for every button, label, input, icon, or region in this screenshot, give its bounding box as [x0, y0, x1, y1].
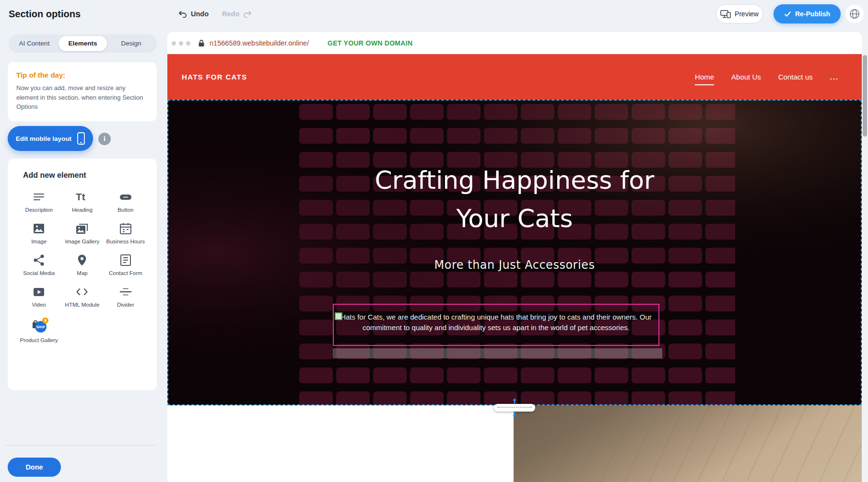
svg-text:SHOP: SHOP [36, 325, 46, 328]
add-element-title: Add new element [23, 171, 147, 180]
site-url: n1566589.websitebuilder.online/ [210, 32, 309, 54]
element-map[interactable]: Map [60, 253, 104, 277]
tip-title: Tip of the day: [16, 71, 148, 79]
nav-contact[interactable]: Contact us [778, 73, 813, 81]
arrow-down-icon [512, 412, 517, 417]
language-globe-button[interactable] [845, 5, 864, 23]
site-logo[interactable]: Hats for Cats [182, 54, 247, 100]
editor-canvas: n1566589.websitebuilder.online/ GET YOUR… [167, 32, 862, 482]
element-video[interactable]: Video [17, 285, 60, 309]
undo-button[interactable]: Undo [178, 10, 209, 18]
get-domain-link[interactable]: GET YOUR OWN DOMAIN [328, 32, 412, 54]
heading-icon: Tt [75, 190, 89, 204]
selected-text-element[interactable]: Hats for Cats, we are dedicated to craft… [333, 304, 659, 346]
element-description[interactable]: Description [17, 190, 60, 214]
element-image[interactable]: Image [17, 222, 60, 245]
tab-ai-content[interactable]: AI Content [10, 36, 59, 51]
phone-icon [77, 132, 85, 145]
window-dot-3 [186, 41, 190, 46]
hero-section[interactable]: Crafting Happiness for Your Cats More th… [167, 100, 862, 405]
tab-elements[interactable]: Elements [59, 36, 107, 51]
undo-icon [178, 11, 187, 18]
preview-label: Preview [735, 10, 759, 18]
globe-icon [849, 8, 860, 20]
undo-label: Undo [191, 10, 209, 18]
element-html-module[interactable]: HTML Module [60, 285, 104, 309]
resize-pill[interactable] [494, 404, 535, 412]
preview-devices-icon [720, 10, 731, 18]
divider-icon [119, 285, 132, 298]
hero-subheading[interactable]: More than Just Accessories [167, 258, 862, 272]
social-media-icon [32, 253, 46, 267]
edit-mobile-layout-button[interactable]: Edit mobile layout [8, 126, 93, 151]
description-icon [32, 190, 46, 204]
hero-heading[interactable]: Crafting Happiness for Your Cats [167, 161, 862, 238]
sidebar-divider [5, 445, 157, 446]
browser-chrome: n1566589.websitebuilder.online/ GET YOUR… [167, 32, 862, 54]
nav-home[interactable]: Home [695, 73, 714, 81]
video-icon [32, 285, 46, 298]
svg-text:Tt: Tt [76, 191, 85, 202]
lock-icon [198, 39, 205, 47]
tab-design[interactable]: Design [107, 36, 155, 51]
button-icon [119, 190, 132, 204]
element-divider[interactable]: Divider [104, 285, 147, 309]
image-gallery-icon [75, 222, 89, 235]
scrollbar-track[interactable] [862, 28, 868, 482]
element-contact-form[interactable]: Contact Form [104, 253, 147, 277]
info-icon[interactable]: i [98, 133, 111, 145]
site-nav: Home About Us Contact us ... [695, 54, 839, 100]
html-module-icon [75, 285, 89, 298]
redo-button[interactable]: Redo [222, 10, 252, 18]
element-product-gallery[interactable]: SHOP Product Gallery [17, 317, 60, 344]
element-business-hours[interactable]: Business Hours [104, 222, 147, 245]
history-controls: Undo Redo [178, 0, 252, 28]
arrow-up-icon [512, 398, 517, 403]
add-element-panel: Add new element Description Tt Heading B… [8, 159, 157, 390]
topbar: Section options Undo Redo Preview [0, 0, 868, 28]
nav-more[interactable]: ... [830, 73, 839, 81]
edit-mobile-label: Edit mobile layout [16, 135, 71, 142]
app: Section options Undo Redo Preview [0, 0, 868, 482]
window-dot-2 [179, 41, 183, 46]
site-header[interactable]: Hats for Cats Home About Us Contact us .… [167, 54, 862, 100]
element-resize-handle[interactable] [335, 312, 342, 320]
done-button[interactable]: Done [8, 458, 61, 477]
product-gallery-icon: SHOP [29, 317, 48, 334]
hero-background [167, 100, 862, 405]
element-social-media[interactable]: Social Media [17, 253, 60, 277]
element-heading[interactable]: Tt Heading [60, 190, 104, 214]
republish-label: Re-Publish [795, 10, 830, 18]
republish-button[interactable]: Re-Publish [774, 4, 841, 23]
page-title: Section options [9, 0, 81, 28]
preview-button[interactable]: Preview [716, 4, 763, 23]
redo-label: Redo [222, 10, 239, 18]
sidebar-tabs: AI Content Elements Design [9, 34, 157, 53]
scrollbar-thumb[interactable] [863, 55, 867, 137]
element-button[interactable]: Button [104, 190, 147, 214]
business-hours-icon [119, 222, 132, 235]
section-resize-handle[interactable] [494, 404, 535, 412]
contact-form-icon [119, 253, 132, 267]
check-icon [784, 11, 791, 17]
redo-icon [243, 11, 252, 18]
element-hover-placeholder [333, 348, 662, 358]
element-grid: Description Tt Heading Button Image Imag… [17, 190, 147, 344]
map-pin-icon [75, 253, 89, 267]
pavement-photo [514, 405, 862, 482]
element-image-gallery[interactable]: Image Gallery [60, 222, 104, 245]
tip-of-the-day-card: Tip of the day: Now you can add, move an… [8, 62, 157, 121]
image-icon [32, 222, 46, 235]
tip-body: Now you can add, move and resize any ele… [16, 83, 148, 112]
window-dot-1 [172, 41, 176, 46]
nav-about[interactable]: About Us [731, 73, 761, 81]
hero-paragraph[interactable]: Hats for Cats, we are dedicated to craft… [334, 305, 658, 333]
